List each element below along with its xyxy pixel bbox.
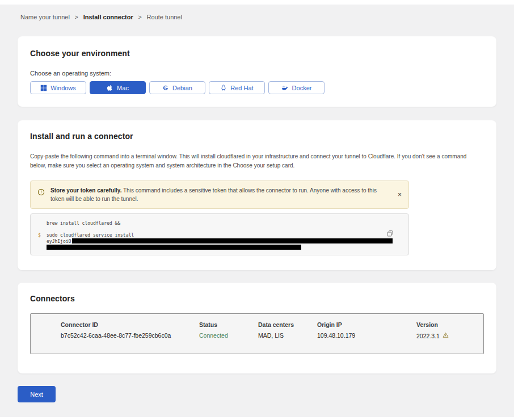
code-line-blank [47, 227, 389, 233]
top-white-strip [0, 0, 514, 5]
col-header-origin-ip: Origin IP [317, 321, 416, 328]
code-block: $ brew install cloudflared && sudo cloud… [30, 213, 409, 255]
breadcrumb-install-connector[interactable]: Install connector [83, 14, 133, 20]
version-cell: 2022.3.1 [416, 332, 478, 339]
redacted-token-bar [47, 245, 301, 250]
code-line-token-2 [47, 245, 389, 251]
apple-icon [107, 84, 113, 91]
col-header-connector-id: Connector ID [61, 321, 199, 328]
os-button-docker[interactable]: Docker [268, 81, 325, 94]
connector-id-value: b7c52c42-6caa-48ee-8c77-fbe259cb6c0a [61, 332, 199, 339]
breadcrumb-separator: > [75, 14, 78, 20]
breadcrumb: Name your tunnel > Install connector > R… [20, 14, 514, 20]
os-button-label: Red Hat [230, 85, 253, 91]
os-button-label: Docker [292, 85, 312, 91]
os-button-label: Mac [117, 85, 129, 91]
breadcrumb-name-your-tunnel[interactable]: Name your tunnel [20, 14, 70, 20]
breadcrumb-route-tunnel[interactable]: Route tunnel [147, 14, 182, 20]
warning-triangle-icon[interactable] [443, 332, 449, 339]
redacted-token-bar [72, 238, 393, 243]
col-header-data-centers: Data centers [258, 321, 317, 328]
install-description: Copy-paste the following command into a … [30, 152, 481, 170]
debian-icon [162, 85, 169, 91]
redhat-icon [220, 84, 227, 91]
col-header-status: Status [199, 321, 258, 328]
bottom-white-strip [0, 417, 514, 420]
environment-card: Choose your environment Choose an operat… [18, 36, 496, 107]
status-badge: Connected [199, 332, 258, 339]
close-icon[interactable]: × [398, 191, 402, 198]
version-value: 2022.3.1 [416, 333, 440, 339]
origin-ip-value: 109.48.10.179 [317, 332, 416, 339]
environment-card-title: Choose your environment [30, 49, 484, 58]
shell-prompt: $ [38, 233, 41, 239]
connectors-table: Connector ID Status Data centers Origin … [30, 313, 484, 354]
install-card-title: Install and run a connector [30, 132, 484, 141]
code-line-1: brew install cloudflared && [47, 221, 389, 227]
connectors-card: Connectors Connector ID Status Data cent… [18, 283, 496, 373]
windows-icon [40, 85, 47, 91]
os-select-label: Choose an operating system: [30, 70, 484, 77]
data-centers-value: MAD, LIS [258, 332, 317, 339]
token-warning-banner: Store your token carefully. This command… [30, 180, 409, 209]
install-connector-card: Install and run a connector Copy-paste t… [18, 120, 496, 270]
os-button-label: Windows [50, 85, 76, 91]
os-button-debian[interactable]: Debian [149, 81, 205, 94]
docker-icon [281, 85, 289, 91]
breadcrumb-separator: > [138, 14, 142, 20]
info-circle-icon [37, 188, 45, 198]
os-button-group: Windows Mac Debian [30, 81, 484, 94]
os-button-redhat[interactable]: Red Hat [209, 81, 265, 94]
os-button-label: Debian [172, 85, 192, 91]
os-button-windows[interactable]: Windows [30, 81, 86, 94]
connectors-card-title: Connectors [30, 294, 484, 303]
warning-text: Store your token carefully. This command… [50, 186, 383, 203]
next-button[interactable]: Next [18, 386, 56, 402]
code-line-token: eyJhIjoiO [47, 239, 389, 245]
copy-icon[interactable] [386, 230, 394, 239]
warning-text-bold: Store your token carefully. [50, 187, 121, 194]
os-button-mac[interactable]: Mac [90, 81, 146, 94]
token-prefix: eyJhIjoiO [47, 239, 71, 244]
col-header-version: Version [416, 321, 478, 328]
